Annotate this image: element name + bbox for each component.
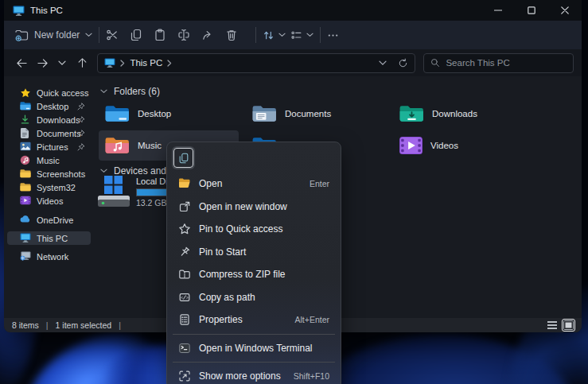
address-dropdown-chevron-icon[interactable] bbox=[379, 60, 387, 66]
menu-item-open-in-new-window[interactable]: Open in new window bbox=[171, 196, 337, 219]
sidebar-item-system32[interactable]: System32 bbox=[7, 180, 91, 194]
menu-item-properties[interactable]: Properties Alt+Enter bbox=[171, 308, 337, 332]
maximize-button[interactable] bbox=[515, 0, 548, 21]
sort-button[interactable] bbox=[263, 24, 286, 46]
sidebar-item-label: Downloads bbox=[37, 115, 80, 125]
menu-item-label: Compress to ZIP file bbox=[199, 269, 285, 280]
menu-item-show-more-options[interactable]: Show more options Shift+F10 bbox=[171, 365, 337, 384]
more-options-button[interactable] bbox=[327, 29, 351, 41]
navigation-pane: Quick access Desktop Downloads Documents… bbox=[4, 76, 94, 318]
search-box[interactable] bbox=[423, 53, 574, 73]
sidebar-item-label: Screenshots bbox=[37, 169, 85, 179]
up-button[interactable] bbox=[72, 57, 92, 68]
star-icon bbox=[20, 87, 31, 99]
recent-locations-chevron-icon[interactable] bbox=[53, 60, 72, 66]
menu-item-pin-to-start[interactable]: Pin to Start bbox=[171, 241, 337, 264]
sidebar-item-this-pc[interactable]: This PC bbox=[7, 231, 91, 245]
zip-folder-icon bbox=[178, 268, 191, 281]
star-outline-icon bbox=[178, 223, 191, 235]
menu-item-label: Open in new window bbox=[199, 201, 287, 212]
this-pc-window-icon bbox=[13, 6, 25, 16]
pushpin-icon bbox=[178, 246, 191, 258]
sidebar-item-onedrive[interactable]: OneDrive bbox=[7, 213, 91, 227]
refresh-icon[interactable] bbox=[398, 58, 408, 68]
details-view-button[interactable] bbox=[547, 320, 558, 330]
menu-item-copy-as-path[interactable]: Copy as path bbox=[171, 286, 337, 309]
folder-tile-videos[interactable]: Videos bbox=[393, 130, 533, 161]
search-input[interactable] bbox=[446, 58, 557, 68]
context-menu-icon-row bbox=[171, 147, 337, 173]
sidebar-item-label: Music bbox=[37, 156, 60, 165]
title-bar: This PC bbox=[4, 0, 582, 21]
menu-item-pin-to-quick-access[interactable]: Pin to Quick access bbox=[171, 218, 337, 241]
paste-button[interactable] bbox=[154, 29, 177, 41]
menu-item-open-in-windows-terminal[interactable]: Open in Windows Terminal bbox=[171, 337, 337, 360]
delete-button[interactable] bbox=[225, 29, 249, 41]
menu-item-open[interactable]: Open Enter bbox=[171, 173, 337, 196]
folder-tile-downloads[interactable]: Downloads bbox=[393, 99, 533, 129]
downloads-folder-icon bbox=[399, 103, 425, 124]
close-button[interactable] bbox=[548, 0, 582, 21]
menu-item-label: Copy as path bbox=[199, 292, 255, 303]
copy-icon-button[interactable] bbox=[173, 148, 193, 168]
menu-item-compress-to-zip[interactable]: Compress to ZIP file bbox=[171, 263, 337, 286]
sidebar-item-videos[interactable]: Videos bbox=[7, 194, 91, 208]
tile-label: Desktop bbox=[138, 109, 171, 118]
video-icon bbox=[20, 196, 31, 207]
sidebar-item-pictures[interactable]: Pictures bbox=[7, 140, 91, 153]
folder-tile-desktop[interactable]: Desktop bbox=[99, 99, 239, 129]
context-menu: Open Enter Open in new window Pin to Qui… bbox=[166, 142, 341, 384]
cut-button[interactable] bbox=[106, 29, 130, 41]
new-folder-button[interactable]: New folder bbox=[15, 24, 92, 46]
sidebar-item-label: System32 bbox=[37, 183, 76, 192]
large-icons-view-button[interactable] bbox=[563, 320, 574, 330]
pin-icon bbox=[77, 116, 85, 124]
share-button[interactable] bbox=[201, 29, 225, 41]
menu-separator bbox=[173, 362, 335, 363]
rename-button[interactable] bbox=[177, 29, 201, 41]
new-folder-label: New folder bbox=[34, 29, 80, 41]
breadcrumb-bar[interactable]: This PC bbox=[97, 53, 415, 73]
tile-label: Documents bbox=[285, 109, 331, 118]
sidebar-item-downloads[interactable]: Downloads bbox=[7, 113, 91, 126]
folder-tile-documents[interactable]: Documents bbox=[246, 99, 386, 129]
toolbar-divider bbox=[255, 27, 256, 43]
desktop-folder-icon bbox=[104, 103, 130, 124]
sidebar-item-quick-access[interactable]: Quick access bbox=[7, 86, 91, 99]
sidebar-item-network[interactable]: Network bbox=[7, 250, 91, 263]
new-folder-chevron-icon[interactable] bbox=[85, 33, 92, 37]
menu-item-label: Open bbox=[199, 178, 222, 189]
sidebar-item-label: Documents bbox=[37, 129, 81, 138]
folder-icon bbox=[20, 182, 31, 193]
properties-list-icon bbox=[178, 313, 191, 326]
sidebar-item-desktop[interactable]: Desktop bbox=[7, 99, 91, 113]
onedrive-cloud-icon bbox=[20, 215, 31, 226]
terminal-icon bbox=[178, 342, 191, 355]
menu-item-label: Pin to Start bbox=[199, 246, 246, 258]
sidebar-item-screenshots[interactable]: Screenshots bbox=[7, 167, 91, 180]
toolbar-divider bbox=[320, 27, 321, 43]
minimize-button[interactable] bbox=[481, 0, 515, 21]
caption-buttons bbox=[481, 0, 582, 21]
pin-icon bbox=[77, 130, 85, 138]
menu-item-label: Pin to Quick access bbox=[199, 223, 282, 235]
sidebar-item-label: Desktop bbox=[37, 102, 68, 111]
back-button[interactable] bbox=[12, 58, 32, 68]
status-separator: | bbox=[46, 320, 49, 330]
breadcrumb-item-this-pc[interactable]: This PC bbox=[130, 58, 162, 68]
forward-button[interactable] bbox=[32, 58, 52, 68]
folders-section-header[interactable]: Folders (6) bbox=[100, 86, 160, 97]
view-button[interactable] bbox=[290, 24, 313, 46]
items-count: 8 items bbox=[12, 320, 39, 330]
breadcrumb-chevron-icon bbox=[120, 60, 125, 67]
sidebar-item-documents[interactable]: Documents bbox=[7, 126, 91, 140]
copy-button[interactable] bbox=[130, 29, 154, 41]
sort-chevron-icon bbox=[278, 33, 286, 37]
local-disk-icon bbox=[97, 175, 132, 208]
breadcrumb-chevron-icon[interactable] bbox=[167, 60, 172, 67]
download-arrow-icon bbox=[20, 114, 31, 126]
sidebar-item-music[interactable]: Music bbox=[7, 153, 91, 167]
menu-item-label: Properties bbox=[199, 314, 243, 325]
desktop-folder-icon bbox=[20, 101, 31, 112]
menu-item-label: Show more options bbox=[199, 370, 281, 382]
